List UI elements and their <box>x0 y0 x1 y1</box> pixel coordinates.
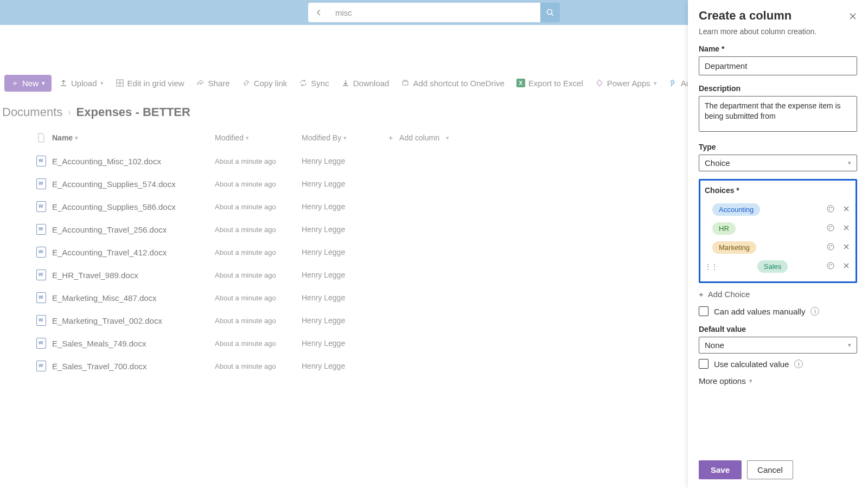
file-modified: About a minute ago <box>215 248 302 256</box>
remove-choice-icon[interactable] <box>843 243 850 253</box>
file-modified-by: Henry Legge <box>302 202 388 211</box>
info-icon[interactable]: i <box>810 307 819 316</box>
remove-choice-icon[interactable] <box>843 262 850 272</box>
file-name[interactable]: E_Marketing_Misc_487.docx <box>52 293 215 303</box>
palette-icon[interactable] <box>826 242 835 253</box>
file-name[interactable]: E_Accounting_Supplies_586.docx <box>52 202 215 211</box>
calculated-value-label: Use calculated value <box>714 359 789 369</box>
add-column-button[interactable]: + Add column ▾ <box>388 133 449 142</box>
col-name-label: Name <box>52 133 73 142</box>
svg-line-1 <box>552 14 554 16</box>
add-shortcut-button[interactable]: Add shortcut to OneDrive <box>397 75 508 91</box>
svg-point-12 <box>831 226 832 227</box>
sync-label: Sync <box>311 79 329 88</box>
manual-values-checkbox[interactable] <box>699 306 709 316</box>
svg-point-8 <box>831 207 832 208</box>
palette-icon[interactable] <box>826 223 835 234</box>
palette-icon[interactable] <box>826 261 835 272</box>
remove-choice-icon[interactable] <box>843 205 850 215</box>
svg-point-6 <box>827 206 834 212</box>
file-name[interactable]: E_Sales_Travel_700.docx <box>52 362 215 371</box>
name-field-label: Name * <box>699 44 857 53</box>
svg-point-13 <box>829 228 830 229</box>
file-name[interactable]: E_Accounting_Supplies_574.docx <box>52 179 215 189</box>
file-modified-by: Henry Legge <box>302 293 388 302</box>
file-modified-by: Henry Legge <box>302 179 388 188</box>
type-select[interactable]: Choice ▾ <box>699 155 857 171</box>
word-doc-icon <box>30 269 52 280</box>
svg-point-16 <box>831 245 832 246</box>
download-button[interactable]: Download <box>337 75 394 91</box>
file-modified-by: Henry Legge <box>302 339 388 348</box>
cancel-button[interactable]: Cancel <box>747 460 793 479</box>
upload-button[interactable]: Upload ▾ <box>55 75 108 91</box>
chevron-down-icon: ▾ <box>343 134 347 142</box>
palette-icon[interactable] <box>826 204 835 215</box>
choice-row: ⋮⋮Sales <box>705 257 851 276</box>
calculated-value-checkbox[interactable] <box>699 359 709 369</box>
close-button[interactable] <box>848 12 857 23</box>
file-name[interactable]: E_Accounting_Travel_412.docx <box>52 248 215 257</box>
svg-point-17 <box>829 247 830 248</box>
sync-button[interactable]: Sync <box>295 75 333 91</box>
plus-icon: ＋ <box>11 78 19 88</box>
file-modified: About a minute ago <box>215 317 302 325</box>
save-button[interactable]: Save <box>699 460 742 479</box>
col-mod-label: Modified <box>215 133 244 142</box>
choice-pill[interactable]: Accounting <box>712 203 760 216</box>
search-input[interactable] <box>330 3 540 22</box>
add-choice-button[interactable]: + Add Choice <box>699 290 857 299</box>
power-apps-button[interactable]: Power Apps ▾ <box>591 75 661 91</box>
chevron-down-icon: ▾ <box>749 377 752 384</box>
more-options-toggle[interactable]: More options ▾ <box>699 376 857 386</box>
new-button[interactable]: ＋ New ▾ <box>4 75 52 92</box>
choices-label: Choices * <box>705 186 851 195</box>
file-name[interactable]: E_Sales_Meals_749.docx <box>52 339 215 348</box>
file-name[interactable]: E_Accounting_Misc_102.docx <box>52 157 215 166</box>
file-modified-by: Henry Legge <box>302 316 388 325</box>
chevron-right-icon: › <box>68 107 71 117</box>
column-header-name[interactable]: Name▾ <box>52 133 215 142</box>
remove-choice-icon[interactable] <box>843 224 850 234</box>
edit-grid-button[interactable]: Edit in grid view <box>111 75 189 91</box>
create-column-panel: Create a column Learn more about column … <box>688 0 868 488</box>
breadcrumb-root[interactable]: Documents <box>2 105 62 119</box>
file-modified-by: Henry Legge <box>302 225 388 234</box>
column-header-modified[interactable]: Modified▾ <box>215 133 302 142</box>
search-back-button[interactable] <box>308 3 330 22</box>
svg-point-15 <box>829 245 830 246</box>
default-value-select[interactable]: None ▾ <box>699 337 857 354</box>
power-apps-label: Power Apps <box>607 79 650 88</box>
file-name[interactable]: E_HR_Travel_989.docx <box>52 271 215 280</box>
drag-handle-icon[interactable]: ⋮⋮ <box>705 263 718 271</box>
svg-point-9 <box>829 209 830 210</box>
file-modified: About a minute ago <box>215 362 302 370</box>
choice-pill[interactable]: Marketing <box>712 241 756 254</box>
new-button-label: New <box>22 79 39 88</box>
file-modified: About a minute ago <box>215 226 302 234</box>
description-input[interactable] <box>699 96 857 132</box>
file-modified-by: Henry Legge <box>302 157 388 165</box>
file-type-header-icon[interactable] <box>30 133 52 143</box>
word-doc-icon <box>30 224 52 235</box>
file-modified-by: Henry Legge <box>302 271 388 279</box>
panel-subtitle-link[interactable]: Learn more about column creation. <box>699 27 857 36</box>
chevron-down-icon: ▾ <box>848 342 851 349</box>
chevron-down-icon: ▾ <box>42 80 45 87</box>
word-doc-icon <box>30 247 52 258</box>
search-button[interactable] <box>540 3 560 22</box>
svg-point-21 <box>829 266 830 267</box>
info-icon[interactable]: i <box>794 359 803 368</box>
type-field-label: Type <box>699 143 857 151</box>
name-input[interactable] <box>699 56 857 75</box>
export-excel-button[interactable]: X Export to Excel <box>512 75 588 91</box>
chevron-down-icon: ▾ <box>100 80 104 87</box>
file-name[interactable]: E_Accounting_Travel_256.docx <box>52 225 215 234</box>
choice-pill[interactable]: Sales <box>757 260 788 273</box>
file-name[interactable]: E_Marketing_Travel_002.docx <box>52 316 215 325</box>
choice-pill[interactable]: HR <box>712 222 736 235</box>
column-header-modified-by[interactable]: Modified By▾ <box>302 133 388 142</box>
copy-link-button[interactable]: Copy link <box>238 75 292 91</box>
share-button[interactable]: Share <box>192 75 234 91</box>
svg-rect-5 <box>403 81 408 85</box>
